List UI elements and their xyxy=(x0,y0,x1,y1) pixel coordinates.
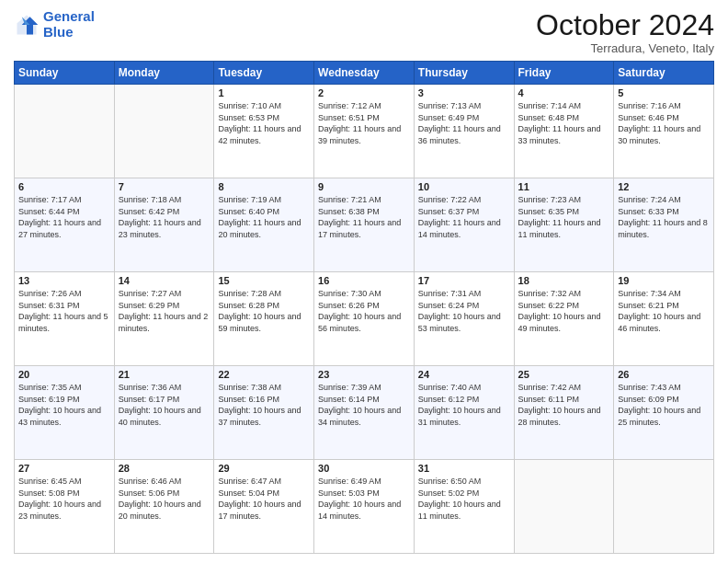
calendar-cell: 23Sunrise: 7:39 AMSunset: 6:14 PMDayligh… xyxy=(314,366,415,460)
day-number: 21 xyxy=(119,369,210,380)
calendar-week-row: 13Sunrise: 7:26 AMSunset: 6:31 PMDayligh… xyxy=(15,272,714,366)
calendar-cell: 7Sunrise: 7:18 AMSunset: 6:42 PMDaylight… xyxy=(114,178,214,272)
day-number: 15 xyxy=(218,275,310,286)
day-number: 28 xyxy=(119,463,210,474)
day-info: Sunrise: 7:26 AMSunset: 6:31 PMDaylight:… xyxy=(18,288,110,334)
day-number: 7 xyxy=(119,181,210,192)
day-number: 30 xyxy=(318,463,410,474)
day-info: Sunrise: 7:35 AMSunset: 6:19 PMDaylight:… xyxy=(18,382,110,428)
day-info: Sunrise: 7:14 AMSunset: 6:48 PMDaylight:… xyxy=(518,100,610,146)
col-friday: Friday xyxy=(514,62,614,85)
day-number: 24 xyxy=(418,369,510,380)
day-info: Sunrise: 7:28 AMSunset: 6:28 PMDaylight:… xyxy=(218,288,310,334)
calendar-cell: 11Sunrise: 7:23 AMSunset: 6:35 PMDayligh… xyxy=(514,178,614,272)
col-tuesday: Tuesday xyxy=(214,62,314,85)
calendar-cell: 28Sunrise: 6:46 AMSunset: 5:06 PMDayligh… xyxy=(114,460,214,554)
calendar-cell: 8Sunrise: 7:19 AMSunset: 6:40 PMDaylight… xyxy=(214,178,314,272)
logo-blue: Blue xyxy=(43,24,74,40)
day-number: 10 xyxy=(418,181,510,192)
col-saturday: Saturday xyxy=(614,62,714,85)
day-info: Sunrise: 6:46 AMSunset: 5:06 PMDaylight:… xyxy=(119,476,210,522)
calendar-cell: 25Sunrise: 7:42 AMSunset: 6:11 PMDayligh… xyxy=(514,366,614,460)
day-number: 12 xyxy=(618,181,710,192)
calendar-cell: 27Sunrise: 6:45 AMSunset: 5:08 PMDayligh… xyxy=(15,460,115,554)
calendar-cell: 6Sunrise: 7:17 AMSunset: 6:44 PMDaylight… xyxy=(15,178,115,272)
day-number: 29 xyxy=(218,463,310,474)
col-wednesday: Wednesday xyxy=(314,62,415,85)
subtitle: Terradura, Veneto, Italy xyxy=(536,41,714,55)
day-number: 22 xyxy=(218,369,310,380)
day-number: 1 xyxy=(218,87,310,98)
day-info: Sunrise: 7:23 AMSunset: 6:35 PMDaylight:… xyxy=(518,194,610,240)
day-number: 4 xyxy=(518,87,610,98)
day-info: Sunrise: 7:10 AMSunset: 6:53 PMDaylight:… xyxy=(218,100,310,146)
calendar-cell: 17Sunrise: 7:31 AMSunset: 6:24 PMDayligh… xyxy=(414,272,514,366)
day-info: Sunrise: 7:22 AMSunset: 6:37 PMDaylight:… xyxy=(418,194,510,240)
calendar-cell xyxy=(114,85,214,178)
day-number: 5 xyxy=(618,87,710,98)
day-number: 9 xyxy=(318,181,410,192)
calendar-cell: 26Sunrise: 7:43 AMSunset: 6:09 PMDayligh… xyxy=(614,366,714,460)
day-number: 25 xyxy=(518,369,610,380)
day-info: Sunrise: 6:50 AMSunset: 5:02 PMDaylight:… xyxy=(418,476,510,522)
calendar-cell: 13Sunrise: 7:26 AMSunset: 6:31 PMDayligh… xyxy=(15,272,115,366)
month-title: October 2024 xyxy=(536,9,714,41)
day-info: Sunrise: 7:16 AMSunset: 6:46 PMDaylight:… xyxy=(618,100,710,146)
calendar-table: Sunday Monday Tuesday Wednesday Thursday… xyxy=(14,61,714,554)
day-info: Sunrise: 7:12 AMSunset: 6:51 PMDaylight:… xyxy=(318,100,410,146)
day-number: 2 xyxy=(318,87,410,98)
day-info: Sunrise: 7:13 AMSunset: 6:49 PMDaylight:… xyxy=(418,100,510,146)
calendar-header-row: Sunday Monday Tuesday Wednesday Thursday… xyxy=(15,62,714,85)
logo: General Blue xyxy=(14,9,95,40)
day-info: Sunrise: 6:45 AMSunset: 5:08 PMDaylight:… xyxy=(18,476,110,522)
day-number: 27 xyxy=(18,463,110,474)
page: General Blue October 2024 Terradura, Ven… xyxy=(0,0,728,563)
day-number: 18 xyxy=(518,275,610,286)
logo-icon xyxy=(14,12,40,38)
day-info: Sunrise: 7:39 AMSunset: 6:14 PMDaylight:… xyxy=(318,382,410,428)
day-info: Sunrise: 7:38 AMSunset: 6:16 PMDaylight:… xyxy=(218,382,310,428)
day-info: Sunrise: 7:31 AMSunset: 6:24 PMDaylight:… xyxy=(418,288,510,334)
logo-text: General Blue xyxy=(43,9,95,40)
day-number: 6 xyxy=(18,181,110,192)
calendar-cell: 24Sunrise: 7:40 AMSunset: 6:12 PMDayligh… xyxy=(414,366,514,460)
col-sunday: Sunday xyxy=(15,62,115,85)
calendar-cell: 30Sunrise: 6:49 AMSunset: 5:03 PMDayligh… xyxy=(314,460,415,554)
logo-general: General xyxy=(43,8,95,24)
day-info: Sunrise: 6:49 AMSunset: 5:03 PMDaylight:… xyxy=(318,476,410,522)
day-info: Sunrise: 7:43 AMSunset: 6:09 PMDaylight:… xyxy=(618,382,710,428)
header: General Blue October 2024 Terradura, Ven… xyxy=(14,9,714,55)
day-number: 13 xyxy=(18,275,110,286)
calendar-cell xyxy=(614,460,714,554)
calendar-cell: 19Sunrise: 7:34 AMSunset: 6:21 PMDayligh… xyxy=(614,272,714,366)
calendar-cell: 9Sunrise: 7:21 AMSunset: 6:38 PMDaylight… xyxy=(314,178,415,272)
day-info: Sunrise: 7:27 AMSunset: 6:29 PMDaylight:… xyxy=(119,288,210,334)
calendar-cell: 20Sunrise: 7:35 AMSunset: 6:19 PMDayligh… xyxy=(15,366,115,460)
calendar-cell: 2Sunrise: 7:12 AMSunset: 6:51 PMDaylight… xyxy=(314,85,415,178)
calendar-cell xyxy=(514,460,614,554)
calendar-cell: 16Sunrise: 7:30 AMSunset: 6:26 PMDayligh… xyxy=(314,272,415,366)
day-info: Sunrise: 7:19 AMSunset: 6:40 PMDaylight:… xyxy=(218,194,310,240)
day-number: 31 xyxy=(418,463,510,474)
col-monday: Monday xyxy=(114,62,214,85)
calendar-cell: 12Sunrise: 7:24 AMSunset: 6:33 PMDayligh… xyxy=(614,178,714,272)
calendar-week-row: 6Sunrise: 7:17 AMSunset: 6:44 PMDaylight… xyxy=(15,178,714,272)
day-info: Sunrise: 7:17 AMSunset: 6:44 PMDaylight:… xyxy=(18,194,110,240)
day-info: Sunrise: 7:30 AMSunset: 6:26 PMDaylight:… xyxy=(318,288,410,334)
day-info: Sunrise: 7:18 AMSunset: 6:42 PMDaylight:… xyxy=(119,194,210,240)
day-info: Sunrise: 7:40 AMSunset: 6:12 PMDaylight:… xyxy=(418,382,510,428)
calendar-cell xyxy=(15,85,115,178)
calendar-cell: 10Sunrise: 7:22 AMSunset: 6:37 PMDayligh… xyxy=(414,178,514,272)
calendar-cell: 31Sunrise: 6:50 AMSunset: 5:02 PMDayligh… xyxy=(414,460,514,554)
day-number: 23 xyxy=(318,369,410,380)
calendar-week-row: 20Sunrise: 7:35 AMSunset: 6:19 PMDayligh… xyxy=(15,366,714,460)
calendar-cell: 14Sunrise: 7:27 AMSunset: 6:29 PMDayligh… xyxy=(114,272,214,366)
calendar-week-row: 1Sunrise: 7:10 AMSunset: 6:53 PMDaylight… xyxy=(15,85,714,178)
calendar-cell: 4Sunrise: 7:14 AMSunset: 6:48 PMDaylight… xyxy=(514,85,614,178)
day-number: 8 xyxy=(218,181,310,192)
day-number: 20 xyxy=(18,369,110,380)
day-number: 3 xyxy=(418,87,510,98)
title-block: October 2024 Terradura, Veneto, Italy xyxy=(536,9,714,55)
day-info: Sunrise: 7:32 AMSunset: 6:22 PMDaylight:… xyxy=(518,288,610,334)
day-info: Sunrise: 7:34 AMSunset: 6:21 PMDaylight:… xyxy=(618,288,710,334)
